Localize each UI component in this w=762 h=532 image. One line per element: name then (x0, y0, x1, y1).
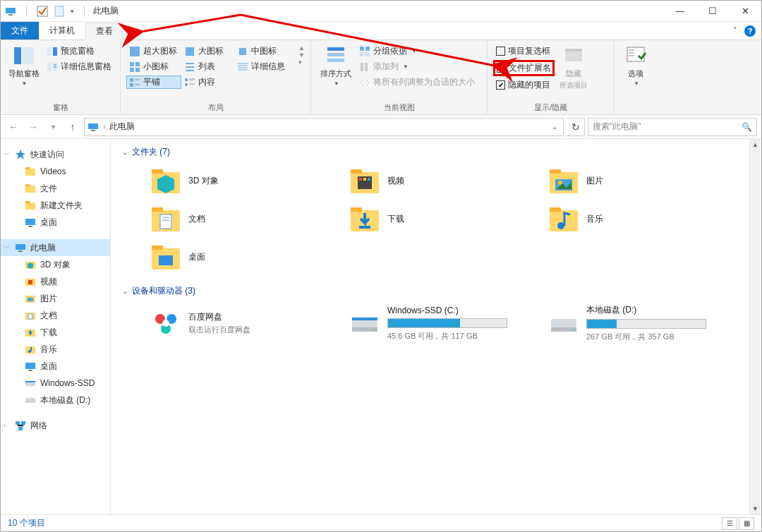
item-checkboxes-toggle[interactable]: 项目复选框 (493, 44, 555, 58)
layout-extra-large-icons[interactable]: 超大图标 (126, 44, 181, 58)
svg-rect-5 (23, 47, 34, 64)
content-area[interactable]: ⌄文件夹 (7) 3D 对象 视频 图片 文档 下载 (111, 139, 761, 516)
pc-icon (5, 6, 16, 17)
preview-pane-button[interactable]: 预览窗格 (44, 44, 114, 58)
nav-recent-button[interactable]: ▾ (44, 119, 61, 135)
add-columns-button: 添加列▼ (356, 60, 478, 73)
svg-rect-75 (25, 398, 35, 403)
nav-back-button[interactable]: ← (5, 119, 22, 135)
layout-list[interactable]: 列表 (181, 60, 234, 73)
layout-small-icons[interactable]: 小图标 (126, 60, 181, 73)
svg-rect-50 (25, 169, 35, 176)
breadcrumb[interactable]: 此电脑 (109, 121, 135, 133)
svg-rect-42 (361, 63, 363, 71)
sort-by-button[interactable]: 排序方式▼ (317, 43, 355, 88)
tree-pc-downloads[interactable]: 下载 (1, 324, 110, 341)
tree-pc-pictures[interactable]: 图片 (1, 290, 110, 307)
svg-rect-0 (6, 8, 16, 13)
svg-rect-39 (365, 47, 370, 51)
svg-rect-36 (327, 53, 344, 56)
address-input[interactable]: › 此电脑 ⌄ (84, 118, 564, 136)
properties-qatool-icon[interactable] (54, 6, 65, 17)
drive-tile-d[interactable]: 本地磁盘 (D:) 267 GB 可用，共 357 GB (548, 304, 740, 342)
section-drives-header[interactable]: ⌄设备和驱动器 (3) (122, 285, 750, 297)
folder-tile-documents[interactable]: 文档 (150, 203, 342, 234)
nav-forward-button[interactable]: → (25, 119, 42, 135)
hide-selected-button[interactable]: 隐藏 所选项目 (555, 43, 593, 92)
svg-rect-74 (25, 381, 35, 382)
svg-rect-59 (18, 250, 23, 252)
search-input[interactable]: 搜索"此电脑" 🔍 (588, 118, 757, 136)
tree-pc-videos[interactable]: 视频 (1, 273, 110, 290)
status-view-icons[interactable]: ▦ (739, 517, 754, 530)
folder-tile-desktop[interactable]: 桌面 (150, 241, 342, 272)
svg-rect-1 (8, 14, 13, 16)
tree-qa-newfolder[interactable]: 新建文件夹 (1, 197, 110, 214)
hidden-items-toggle[interactable]: 隐藏的项目 (493, 78, 555, 92)
search-icon[interactable]: 🔍 (742, 122, 752, 132)
layout-medium-icons[interactable]: 中图标 (234, 44, 298, 58)
drive-tile-c[interactable]: Windows-SSD (C:) 45.6 GB 可用，共 117 GB (349, 304, 541, 342)
minimize-button[interactable]: — (664, 1, 696, 22)
tree-pc-3dobjects[interactable]: 3D 对象 (1, 256, 110, 273)
svg-rect-94 (152, 207, 163, 212)
svg-rect-71 (25, 363, 35, 369)
nav-pane-label: 导航窗格 (8, 68, 40, 79)
layout-details[interactable]: 详细信息 (234, 60, 298, 73)
layout-large-icons[interactable]: 大图标 (181, 44, 234, 58)
tree-qa-files[interactable]: 文件 (1, 180, 110, 197)
group-by-button[interactable]: 分组依据▼ (356, 44, 478, 58)
vertical-scrollbar[interactable]: ▲ ▼ (749, 139, 761, 514)
tree-pc-documents[interactable]: 文档 (1, 307, 110, 324)
tree-pc-desktop[interactable]: 桌面 (1, 358, 110, 375)
tree-network[interactable]: › 网络 (1, 417, 110, 434)
svg-rect-12 (130, 47, 140, 56)
tab-computer[interactable]: 计算机 (39, 22, 85, 40)
folder-tile-music[interactable]: 音乐 (548, 203, 740, 234)
collapse-ribbon-icon[interactable]: ˄ (733, 26, 737, 35)
tree-pc-music[interactable]: 音乐 (1, 341, 110, 358)
maximize-button[interactable]: ☐ (696, 1, 729, 22)
tab-view[interactable]: 查看 (85, 23, 123, 40)
tree-qa-desktop[interactable]: 桌面 (1, 214, 110, 231)
svg-rect-48 (91, 130, 95, 131)
svg-rect-16 (135, 68, 140, 72)
help-icon[interactable]: ? (744, 25, 756, 37)
status-view-details[interactable]: ☰ (722, 517, 737, 530)
svg-rect-35 (327, 47, 344, 51)
tree-quick-access[interactable]: ﹀ 快速访问 (1, 146, 110, 163)
folder-tile-downloads[interactable]: 下载 (349, 203, 541, 234)
tree-pc-d[interactable]: 本地磁盘 (D:) (1, 392, 110, 409)
svg-rect-53 (25, 184, 30, 186)
nav-pane-button[interactable]: 导航窗格 ▼ (6, 43, 41, 88)
svg-rect-45 (565, 49, 582, 52)
refresh-button[interactable]: ↻ (567, 118, 585, 136)
navigation-tree[interactable]: ﹀ 快速访问 Videos 文件 新建文件夹 桌面 ﹀ 此电脑 3D 对象 视频… (1, 139, 111, 516)
checkbox-qatool-icon[interactable] (37, 6, 48, 17)
tree-qa-videos[interactable]: Videos (1, 163, 110, 180)
close-button[interactable]: ✕ (729, 1, 761, 22)
folder-tile-videos[interactable]: 视频 (349, 165, 541, 196)
folder-tile-pictures[interactable]: 图片 (548, 165, 740, 196)
tree-pc-ssd[interactable]: Windows-SSD (1, 375, 110, 392)
folder-tile-3dobjects[interactable]: 3D 对象 (150, 165, 342, 196)
svg-rect-37 (327, 59, 344, 62)
svg-rect-14 (135, 62, 140, 66)
svg-rect-95 (160, 214, 171, 229)
layout-content[interactable]: 内容 (181, 75, 234, 89)
tree-this-pc[interactable]: ﹀ 此电脑 (1, 239, 110, 256)
drive-tile-baidu[interactable]: 百度网盘双击运行百度网盘 (150, 304, 342, 342)
file-extensions-toggle[interactable]: 文件扩展名 (493, 60, 555, 76)
nav-up-button[interactable]: ↑ (64, 119, 81, 135)
svg-rect-51 (25, 167, 30, 169)
details-pane-button[interactable]: 详细信息窗格 (44, 60, 114, 73)
svg-rect-63 (28, 280, 32, 284)
svg-rect-76 (16, 421, 20, 425)
tab-file[interactable]: 文件 (1, 22, 39, 40)
svg-marker-49 (16, 150, 25, 159)
section-folders-header[interactable]: ⌄文件夹 (7) (122, 146, 750, 158)
options-button[interactable]: 选项▼ (620, 43, 651, 88)
address-dropdown-icon[interactable]: ⌄ (549, 123, 560, 131)
svg-rect-86 (363, 178, 366, 181)
layout-tiles[interactable]: 平铺 (126, 75, 181, 89)
